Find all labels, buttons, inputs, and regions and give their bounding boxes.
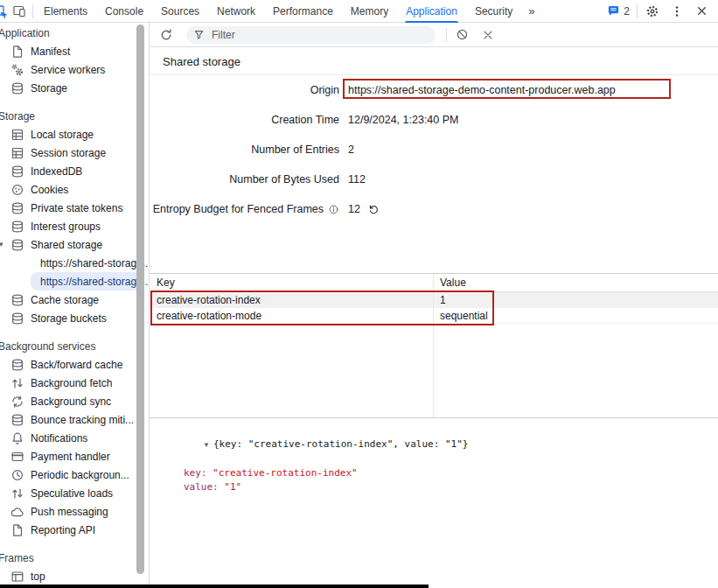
sidebar-item-label: Back/forward cache — [31, 359, 122, 371]
screen-edge-bar — [0, 584, 429, 588]
database-icon — [10, 220, 24, 234]
sidebar-item-label: Payment handler — [31, 451, 110, 463]
sidebar-item-label: Service workers — [31, 64, 105, 76]
document-icon — [10, 523, 24, 537]
cell-value: 1 — [434, 292, 718, 307]
meta-label-text: Creation Time — [271, 114, 339, 126]
tab-performance[interactable]: Performance — [264, 0, 342, 23]
sidebar-item-label: Background sync — [31, 396, 111, 408]
sidebar-item-label: Local storage — [31, 129, 94, 141]
info-icon[interactable] — [328, 204, 339, 215]
meta-label: Number of Bytes Used — [150, 173, 339, 186]
table-row-creative-rotation-mode[interactable]: creative-rotation-modesequential — [150, 308, 718, 324]
cookie-icon — [10, 183, 24, 197]
sidebar-item-periodic-backgroun[interactable]: Periodic backgroun... — [0, 466, 149, 484]
property-value: "creative-rotation-index" — [207, 467, 358, 479]
grid-empty-key-column — [150, 324, 434, 417]
cell-key: creative-rotation-mode — [150, 308, 434, 323]
sidebar-scrollbar[interactable] — [136, 24, 144, 574]
property-value: "1" — [219, 481, 242, 493]
table-row-creative-rotation-index[interactable]: creative-rotation-index1 — [150, 292, 718, 308]
sidebar-item-service-workers[interactable]: Service workers — [0, 60, 149, 79]
updown-icon — [10, 376, 24, 390]
reset-budget-icon[interactable] — [368, 204, 380, 215]
meta-value-text: 12 — [348, 203, 360, 215]
database-icon — [10, 238, 24, 252]
sidebar-item-bounce-tracking-miti[interactable]: Bounce tracking miti... — [0, 410, 149, 429]
grid-empty-value-column — [434, 324, 718, 417]
sidebar-item-background-sync[interactable]: Background sync — [0, 392, 149, 410]
database-icon — [10, 81, 24, 95]
clear-button[interactable] — [478, 25, 498, 45]
filter-input[interactable] — [210, 28, 429, 42]
sidebar-item-indexeddb[interactable]: IndexedDB — [0, 162, 149, 180]
sidebar-item-session-storage[interactable]: Session storage — [0, 144, 149, 162]
tab-memory[interactable]: Memory — [342, 0, 397, 23]
grid-header-row: KeyValue — [150, 274, 718, 292]
sidebar-section-title: Frames — [0, 550, 149, 567]
refresh-button[interactable] — [157, 25, 176, 45]
sidebar-section-frames: Framestop — [0, 550, 149, 585]
sidebar-item-notifications[interactable]: Notifications — [0, 429, 149, 447]
chevron-down-icon[interactable]: ▾ — [0, 240, 3, 248]
sidebar-item-private-state-tokens[interactable]: Private state tokens — [0, 199, 149, 217]
sidebar-item-top[interactable]: top — [0, 567, 149, 585]
sidebar-item-label: Background fetch — [31, 377, 112, 389]
meta-value: 112 — [348, 173, 366, 186]
sidebar-item-label: Speculative loads — [31, 487, 113, 500]
sidebar-item-label: Shared storage — [31, 239, 102, 251]
sidebar-item-shared-storage[interactable]: ▾Shared storage — [0, 235, 149, 254]
tab-security[interactable]: Security — [466, 0, 521, 23]
filter-input-container — [186, 26, 436, 44]
tabbar-actions: 2 — [603, 1, 718, 22]
sidebar-item-speculative-loads[interactable]: Speculative loads — [0, 484, 149, 502]
sidebar-item-payment-handler[interactable]: Payment handler — [0, 447, 149, 466]
meta-label-text: Number of Entries — [251, 144, 339, 156]
tab-console[interactable]: Console — [96, 0, 152, 23]
sidebar-item-back-forward-cache[interactable]: Back/forward cache — [0, 355, 149, 374]
issues-button[interactable]: 2 — [603, 4, 633, 18]
block-entries-button[interactable] — [452, 25, 471, 45]
sidebar-item-https-shared-storage[interactable]: https://shared-storage... — [31, 254, 144, 272]
cell-key: creative-rotation-index — [150, 292, 434, 307]
sidebar-item-manifest[interactable]: Manifest — [0, 42, 149, 60]
kebab-menu-button[interactable] — [666, 1, 688, 22]
inspect-element-button[interactable] — [0, 4, 8, 18]
more-tabs-button[interactable]: » — [521, 4, 541, 18]
meta-row-origin: Originhttps://shared-storage-demo-conten… — [150, 75, 718, 105]
tab-elements[interactable]: Elements — [35, 0, 96, 23]
sidebar-item-label: Periodic backgroun... — [31, 469, 129, 481]
device-toolbar-button[interactable] — [8, 1, 31, 22]
preview-summary-row[interactable]: ▼{key: "creative-rotation-index", value:… — [157, 424, 718, 466]
sidebar-item-storage[interactable]: Storage — [0, 79, 149, 97]
database-icon — [10, 293, 24, 307]
meta-value-text: 12/9/2024, 1:23:40 PM — [348, 114, 458, 126]
tab-sources[interactable]: Sources — [152, 0, 208, 23]
sidebar-item-reporting-api[interactable]: Reporting API — [0, 521, 149, 539]
database-icon — [10, 164, 24, 178]
metadata-report: Originhttps://shared-storage-demo-conten… — [150, 75, 718, 224]
sidebar-item-storage-buckets[interactable]: Storage buckets — [0, 309, 149, 327]
expand-triangle-icon[interactable]: ▼ — [203, 438, 213, 452]
sidebar-item-background-fetch[interactable]: Background fetch — [0, 374, 149, 392]
preview-property-key: key: "creative-rotation-index" — [157, 466, 718, 480]
preview-summary: {key: "creative-rotation-index", value: … — [213, 438, 468, 450]
sidebar-item-https-shared-storage[interactable]: https://shared-storage... — [31, 272, 144, 290]
tab-application[interactable]: Application — [397, 0, 466, 23]
tab-network[interactable]: Network — [208, 0, 264, 23]
settings-gear-button[interactable] — [641, 1, 664, 22]
sidebar-item-label: top — [31, 570, 45, 583]
sidebar-item-label: Storage buckets — [31, 312, 107, 325]
sidebar-item-cookies[interactable]: Cookies — [0, 180, 149, 199]
column-header-value: Value — [434, 274, 718, 291]
sidebar-item-push-messaging[interactable]: Push messaging — [0, 502, 149, 521]
meta-value-text: https://shared-storage-demo-content-prod… — [348, 84, 616, 96]
sidebar-item-cache-storage[interactable]: Cache storage — [0, 290, 149, 309]
close-devtools-button[interactable] — [690, 1, 713, 22]
bell-icon — [10, 431, 24, 445]
sidebar-section-title: Storage — [0, 108, 149, 125]
sidebar-item-label: https://shared-storage... — [40, 276, 150, 288]
sidebar-item-interest-groups[interactable]: Interest groups — [0, 217, 149, 235]
sidebar-item-local-storage[interactable]: Local storage — [0, 125, 149, 144]
separator — [32, 4, 33, 18]
